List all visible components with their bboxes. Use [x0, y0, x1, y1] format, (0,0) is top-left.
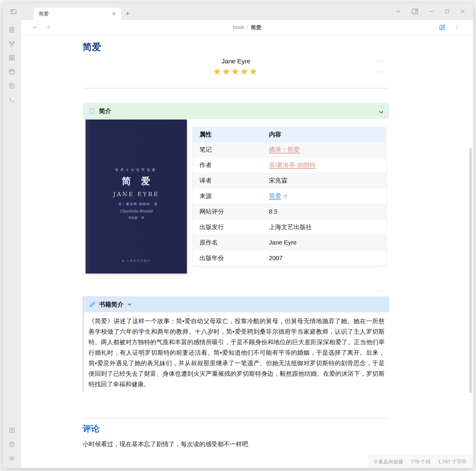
- dashboard-icon[interactable]: [8, 54, 15, 61]
- table-row: 原作名 Jane Eyre: [192, 235, 386, 250]
- row-key: 出版发行: [192, 223, 269, 231]
- copy-files-icon[interactable]: [8, 82, 15, 89]
- left-sidebar-toggle-icon[interactable]: [10, 8, 17, 15]
- table-row: 网站评分 8.5: [192, 204, 386, 219]
- word-count[interactable]: 779 个词: [411, 458, 430, 465]
- edit-block-icon[interactable]: </>: [376, 69, 384, 74]
- back-icon[interactable]: [32, 24, 39, 31]
- breadcrumb: book / 简爱: [233, 24, 261, 31]
- breadcrumb-separator: /: [247, 24, 248, 30]
- table-header-value: 内容: [269, 130, 386, 138]
- cover-publisher: 上海文艺出版社: [86, 259, 187, 263]
- left-ribbon: [3, 20, 21, 468]
- row-value: 上海文艺出版社: [269, 223, 312, 231]
- note-pane: book / 简爱 简爱 Jane Eyr: [21, 20, 473, 468]
- search-file-icon[interactable]: [8, 26, 15, 33]
- breadcrumb-parent[interactable]: book: [233, 24, 244, 30]
- table-row: 译者 宋兆霖: [192, 173, 386, 188]
- row-key: 网站评分: [192, 207, 269, 216]
- summary-text: 《简爱》讲述了这样一个故事：简•爱自幼父母双亡，投靠冷酷的舅母，但舅母无情地抛弃…: [84, 312, 389, 392]
- page-title: 简爱: [83, 41, 389, 53]
- row-key: 作者: [192, 161, 269, 169]
- comments-heading: 评论: [83, 423, 389, 435]
- backlinks-count[interactable]: 0 条反向链接: [374, 458, 403, 465]
- external-link-icon: [283, 194, 288, 198]
- collapse-chevron-icon[interactable]: [378, 109, 384, 115]
- summary-callout-header[interactable]: 书籍简介 </>: [84, 296, 389, 312]
- edit-mode-icon[interactable]: [439, 24, 446, 31]
- source-external-link[interactable]: 简爱: [269, 192, 281, 200]
- more-options-icon[interactable]: [454, 24, 460, 31]
- vault-switcher-icon[interactable]: [8, 427, 15, 434]
- cover-author-en: Charlotte Brontë: [120, 209, 152, 213]
- table-row: 出版发行 上海文艺出版社: [192, 219, 386, 235]
- close-button[interactable]: [460, 8, 465, 14]
- row-key: 出版年份: [192, 254, 269, 262]
- summary-callout-title: 书籍简介: [99, 300, 124, 309]
- forward-icon[interactable]: [45, 24, 51, 31]
- table-header-key: 属性: [192, 130, 269, 138]
- graph-view-icon[interactable]: [8, 40, 15, 47]
- app-window: 简爱 ✕ +: [3, 3, 473, 468]
- row-key: 原作名: [192, 238, 269, 247]
- row-key: 译者: [192, 176, 269, 185]
- table-row: 笔记 摘录：简爱: [192, 142, 386, 157]
- cover-translator: 宋兆霖 译: [128, 216, 144, 220]
- view-header: book / 简爱: [21, 20, 473, 35]
- table-row: 作者 英/夏洛蒂·勃朗特: [192, 157, 386, 173]
- row-value: Jane Eyre: [269, 239, 297, 246]
- edit-block-icon[interactable]: </>: [378, 289, 385, 293]
- notepad-icon: [88, 108, 95, 115]
- tab[interactable]: 简爱 ✕: [34, 8, 121, 20]
- edit-block-icon[interactable]: </>: [378, 104, 385, 109]
- pencil-icon: [89, 301, 95, 308]
- note-link[interactable]: 摘录：简爱: [269, 146, 300, 154]
- right-sidebar-toggle-icon[interactable]: [411, 8, 419, 15]
- table-row: 出版年份 2007: [192, 250, 386, 266]
- rating-stars: ★★★★★: [83, 66, 389, 76]
- status-bar: 0 条反向链接 779 个词 1,797 个字符: [368, 455, 473, 468]
- tab-title: 简爱: [39, 11, 111, 17]
- scrollbar-thumb[interactable]: [469, 148, 472, 393]
- cover-title-zh: 简 爱: [122, 175, 151, 187]
- row-value: 宋兆霖: [269, 176, 287, 185]
- terminal-icon[interactable]: [8, 96, 15, 103]
- settings-gear-icon[interactable]: [8, 455, 15, 462]
- table-header-row: 属性 内容: [192, 127, 386, 142]
- divider: [83, 418, 389, 418]
- intro-callout-title: 简介: [99, 107, 111, 115]
- comment-text: 小时候看过，现在基本忘了剧情了，每次读的感受都不一样吧: [83, 440, 389, 448]
- intro-callout-header[interactable]: 简介 </>: [83, 103, 389, 119]
- help-icon[interactable]: [8, 441, 15, 448]
- calendar-icon[interactable]: [8, 68, 15, 75]
- note-scroll-area: 简爱 Jane Eyre </> ★★★★★ </>: [21, 35, 473, 468]
- row-key: 来源: [192, 192, 269, 200]
- tab-list-chevron-icon[interactable]: [395, 8, 401, 14]
- table-row: 来源 简爱: [192, 188, 386, 204]
- cover-series-text: 世界十大文学名著: [115, 168, 157, 172]
- tab-close-icon[interactable]: ✕: [111, 10, 117, 18]
- edit-block-icon[interactable]: </>: [376, 59, 384, 63]
- summary-callout: 书籍简介 </> 《简爱》讲述了这样一个故事：简•爱自幼父母双亡，投靠冷酷的舅母…: [83, 296, 389, 392]
- cover-author: 〔英〕夏洛蒂·勃朗特 著: [114, 202, 158, 206]
- properties-table: 属性 内容 笔记 摘录：简爱 作者 英/夏洛蒂·勃朗特 译者: [192, 127, 386, 266]
- row-key: 笔记: [192, 146, 269, 154]
- titlebar: 简爱 ✕ +: [3, 3, 473, 20]
- collapse-chevron-icon[interactable]: [127, 302, 132, 307]
- maximize-button[interactable]: [444, 9, 450, 14]
- book-subtitle: Jane Eyre: [83, 58, 389, 65]
- cover-title-en: JANE EYRE: [113, 191, 159, 197]
- minimize-button[interactable]: [429, 8, 435, 14]
- row-value: 2007: [269, 254, 283, 262]
- new-tab-button[interactable]: +: [126, 10, 130, 17]
- divider: [83, 88, 389, 89]
- breadcrumb-current[interactable]: 简爱: [251, 24, 261, 31]
- author-link[interactable]: 英/夏洛蒂·勃朗特: [269, 161, 316, 169]
- row-value: 8.5: [269, 208, 277, 215]
- book-cover-image: 世界十大文学名著 简 爱 JANE EYRE 〔英〕夏洛蒂·勃朗特 著 Char…: [86, 120, 187, 273]
- char-count[interactable]: 1,797 个字符: [438, 458, 467, 465]
